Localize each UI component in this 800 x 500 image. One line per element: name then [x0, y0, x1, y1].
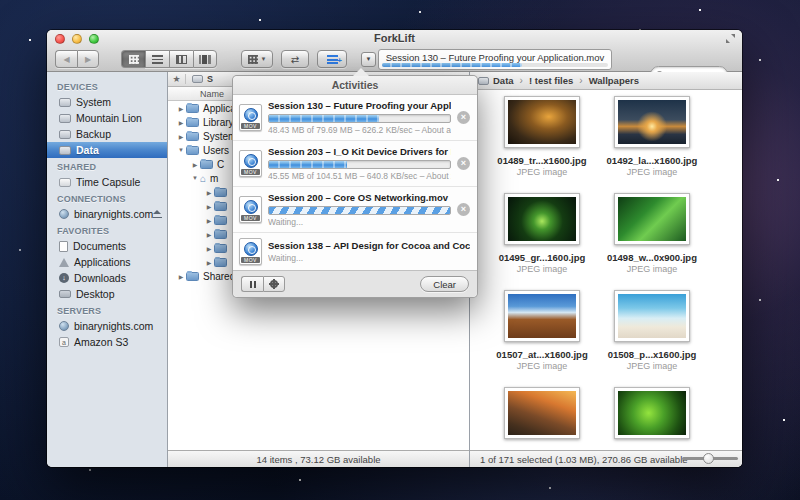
activities-footer: Clear	[233, 270, 477, 297]
activities-title: Activities	[233, 76, 477, 95]
breadcrumb-item-wallpapers[interactable]: Wallpapers	[589, 75, 639, 86]
list-view-button[interactable]	[145, 50, 169, 68]
column-view-button[interactable]	[169, 50, 193, 68]
coverflow-view-button[interactable]	[193, 50, 217, 68]
file-cell[interactable]	[487, 387, 597, 439]
file-cell[interactable]: 01498_w...0x900.jpg JPEG image	[597, 193, 707, 274]
thumbnail-frame	[614, 193, 690, 245]
thumbnail-size-slider[interactable]	[682, 457, 738, 460]
folder-icon	[214, 258, 227, 267]
eject-icon[interactable]	[153, 210, 159, 218]
sidebar-item-time-capsule[interactable]: Time Capsule	[47, 174, 167, 190]
window-title: ForkLift	[47, 30, 742, 46]
file-cell[interactable]: 01508_p...x1600.jpg JPEG image	[597, 290, 707, 371]
titlebar[interactable]: ForkLift	[47, 30, 742, 46]
sidebar-item-backup[interactable]: Backup	[47, 126, 167, 142]
add-favorite-button[interactable]: +	[317, 50, 347, 68]
folder-icon	[214, 230, 227, 239]
activity-status: Waiting...	[268, 217, 451, 227]
back-button[interactable]: ◀	[55, 50, 77, 68]
cancel-transfer-button[interactable]: ×	[457, 203, 470, 216]
file-cell[interactable]: 01507_at...x1600.jpg JPEG image	[487, 290, 597, 371]
activity-item[interactable]: MOV Session 203 – I_O Kit Device Drivers…	[233, 141, 477, 187]
thumbnail-image	[618, 100, 686, 144]
pause-all-button[interactable]	[241, 276, 263, 292]
disk-icon	[478, 77, 489, 85]
activity-item[interactable]: MOV Session 130 – Future Proofing your A…	[233, 95, 477, 141]
fullscreen-icon[interactable]	[726, 34, 735, 43]
slider-thumb[interactable]	[703, 453, 714, 464]
sidebar-item-mountain-lion[interactable]: Mountain Lion	[47, 110, 167, 126]
breadcrumb-item-test-files[interactable]: ! test files	[529, 75, 573, 86]
file-kind: JPEG image	[487, 264, 597, 274]
settings-button[interactable]	[263, 276, 285, 292]
arrange-button[interactable]: ▼	[241, 50, 273, 68]
disclosure-triangle-icon[interactable]: ▶	[176, 119, 186, 126]
breadcrumb: Data › ! test files › Wallpapers	[470, 72, 742, 90]
sidebar-item-label: Data	[76, 144, 99, 156]
mov-label: MOV	[241, 169, 260, 175]
disclosure-triangle-icon[interactable]: ▶	[204, 203, 214, 210]
sidebar-item-binarynights-server[interactable]: binarynights.com	[47, 318, 167, 334]
sidebar-item-documents[interactable]: Documents	[47, 238, 167, 254]
file-cell[interactable]: 01495_gr...1600.jpg JPEG image	[487, 193, 597, 274]
sidebar-section-servers: SERVERS	[47, 302, 167, 318]
mov-label: MOV	[241, 215, 260, 221]
disclosure-triangle-icon[interactable]: ▶	[204, 189, 214, 196]
sidebar-item-binarynights[interactable]: binarynights.com	[47, 206, 167, 222]
sidebar-item-desktop[interactable]: Desktop	[47, 286, 167, 302]
disclosure-triangle-icon[interactable]: ▶	[204, 259, 214, 266]
icon-view-button[interactable]	[121, 50, 145, 68]
file-cell[interactable]	[597, 387, 707, 439]
file-cell[interactable]: 01492_la...x1600.jpg JPEG image	[597, 96, 707, 177]
activities-disclosure-button[interactable]: ▼	[361, 52, 376, 67]
forward-button[interactable]: ▶	[77, 50, 99, 68]
breadcrumb-item-data[interactable]: Data	[478, 75, 514, 86]
minimize-window-button[interactable]	[72, 34, 82, 44]
sidebar-item-amazon-s3[interactable]: aAmazon S3	[47, 334, 167, 350]
sidebar-item-data[interactable]: Data	[47, 142, 167, 158]
sidebar-item-system[interactable]: System	[47, 94, 167, 110]
clear-button[interactable]: Clear	[420, 276, 469, 292]
activity-name: Session 138 – API Design for Cocoa and C…	[268, 240, 470, 251]
file-name: 01507_at...x1600.jpg	[487, 349, 597, 360]
disclosure-triangle-icon[interactable]: ▶	[204, 231, 214, 238]
folder-icon	[186, 104, 199, 113]
favorites-star-icon[interactable]: ★	[168, 74, 186, 84]
file-kind: JPEG image	[487, 167, 597, 177]
sync-button[interactable]: ⇄	[281, 50, 309, 68]
forklift-window: ForkLift ◀ ▶ ▼ ⇄ +	[47, 30, 742, 467]
activity-item[interactable]: MOV Session 200 – Core OS Networking.mov…	[233, 187, 477, 233]
folder-icon	[214, 216, 227, 225]
disclosure-triangle-icon[interactable]: ▶	[176, 105, 186, 112]
path-crumb[interactable]: S	[186, 74, 219, 84]
sidebar-item-applications[interactable]: Applications	[47, 254, 167, 270]
sidebar-item-downloads[interactable]: ↓Downloads	[47, 270, 167, 286]
folder-icon	[200, 160, 213, 169]
icon-view-icon	[129, 55, 139, 64]
disclosure-triangle-icon[interactable]: ▼	[176, 147, 186, 153]
list-view-icon	[152, 55, 163, 64]
breadcrumb-label: Data	[493, 75, 514, 86]
disclosure-triangle-icon[interactable]: ▶	[204, 217, 214, 224]
activity-progress-fill	[269, 161, 347, 168]
toolbar-progress[interactable]: Session 130 – Future Proofing your Appli…	[378, 49, 612, 70]
disclosure-triangle-icon[interactable]: ▶	[204, 245, 214, 252]
cancel-transfer-button[interactable]: ×	[457, 157, 470, 170]
disclosure-triangle-icon[interactable]: ▶	[176, 133, 186, 140]
sidebar: DEVICES System Mountain Lion Backup Data…	[47, 72, 168, 467]
activity-item[interactable]: MOV Session 138 – API Design for Cocoa a…	[233, 233, 477, 270]
file-row-label: C	[217, 159, 224, 170]
cancel-transfer-button[interactable]: ×	[457, 111, 470, 124]
mov-label: MOV	[241, 123, 260, 129]
transfer-progress-widget: ▼ Session 130 – Future Proofing your App…	[361, 49, 612, 70]
zoom-window-button[interactable]	[89, 34, 99, 44]
mov-file-icon: MOV	[239, 150, 262, 177]
close-window-button[interactable]	[55, 34, 65, 44]
file-cell[interactable]: 01489_tr...x1600.jpg JPEG image	[487, 96, 597, 177]
disclosure-triangle-icon[interactable]: ▼	[190, 175, 200, 181]
disclosure-triangle-icon[interactable]: ▶	[176, 273, 186, 280]
disclosure-triangle-icon[interactable]: ▶	[190, 161, 200, 168]
sidebar-item-label: binarynights.com	[74, 208, 153, 220]
breadcrumb-separator-icon: ›	[579, 75, 582, 86]
